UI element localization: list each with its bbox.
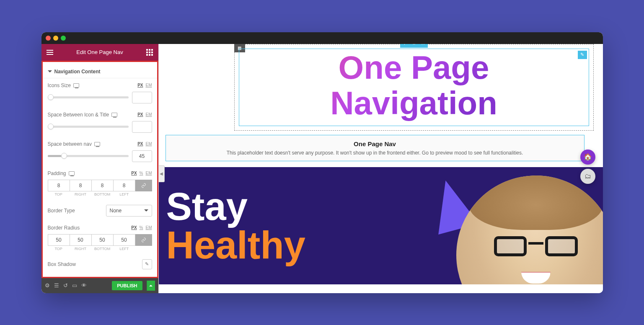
space-icon-title-input[interactable] — [132, 121, 152, 133]
space-nav-input[interactable] — [132, 150, 152, 162]
border-type-select[interactable]: None — [106, 205, 152, 217]
editor-canvas[interactable]: ◀ ▦ + ⠿ ✕ ✎ One PageNavigation — [159, 44, 603, 293]
app-window: Edit One Page Nav Navigation Content Ico… — [41, 32, 603, 293]
unit-pct[interactable]: % — [140, 171, 143, 175]
headline: Stay Healthy — [166, 187, 305, 264]
sidebar-footer: ⚙ ☰ ↺ ▭ 👁 PUBLISH — [41, 278, 158, 293]
control-border-radius: Border Radius PX%EM — [43, 221, 157, 232]
selected-section[interactable]: ▦ + ⠿ ✕ ✎ One PageNavigation — [234, 44, 594, 131]
edit-widget-button[interactable]: ✎ — [578, 51, 587, 59]
unit-em[interactable]: EM — [146, 83, 152, 88]
editor-sidebar: Edit One Page Nav Navigation Content Ico… — [41, 44, 159, 293]
icons-size-input[interactable] — [132, 92, 152, 103]
move-section-button[interactable]: ⠿ — [409, 44, 419, 48]
section-handles: + ⠿ ✕ — [400, 44, 428, 48]
settings-icon[interactable]: ⚙ — [45, 282, 50, 289]
sidebar-title: Edit One Page Nav — [76, 49, 123, 55]
sidebar-header: Edit One Page Nav — [41, 44, 158, 61]
person-image — [456, 175, 603, 284]
responsive-icon[interactable] — [94, 142, 100, 146]
close-icon[interactable] — [46, 36, 51, 41]
publish-button[interactable]: PUBLISH — [112, 281, 142, 290]
one-page-nav-widget[interactable]: One Page Nav This placeholder text doesn… — [166, 135, 585, 161]
floating-nav-buttons: 🏠 🗂 — [580, 150, 595, 184]
radius-top[interactable] — [48, 234, 70, 246]
edit-box-shadow-button[interactable]: ✎ — [142, 259, 152, 269]
content-section[interactable]: Stay Healthy — [159, 167, 603, 284]
unit-px[interactable]: PX — [137, 112, 143, 117]
chevron-down-icon — [144, 209, 148, 212]
control-padding: Padding PX%EM — [43, 166, 157, 178]
control-box-shadow: Box Shadow ✎ — [43, 255, 157, 273]
radius-left[interactable] — [114, 234, 135, 246]
unit-em[interactable]: EM — [146, 112, 152, 117]
unit-px[interactable]: PX — [131, 171, 137, 175]
maximize-icon[interactable] — [61, 36, 66, 41]
add-section-button[interactable]: + — [400, 44, 409, 48]
unit-pct[interactable]: % — [140, 225, 143, 230]
section-title-label: Navigation Content — [54, 69, 101, 75]
space-icon-title-slider[interactable] — [48, 126, 129, 128]
window-titlebar — [41, 32, 603, 44]
control-space-nav: Space between nav PXEM — [43, 137, 157, 149]
radius-bottom[interactable] — [92, 234, 114, 246]
responsive-icon[interactable] — [69, 171, 75, 175]
navigator-icon[interactable]: ☰ — [54, 282, 59, 289]
padding-bottom[interactable] — [92, 180, 114, 191]
title-widget[interactable]: ✎ One PageNavigation — [239, 49, 589, 126]
hero-section: ▦ + ⠿ ✕ ✎ One PageNavigation One Page N — [159, 44, 603, 162]
space-nav-slider[interactable] — [48, 155, 129, 157]
widget-placeholder-text: This placeholder text doesn't serve any … — [173, 150, 577, 156]
responsive-icon[interactable] — [73, 83, 79, 88]
link-values-button[interactable] — [135, 180, 152, 191]
unit-px[interactable]: PX — [137, 83, 143, 88]
minimize-icon[interactable] — [53, 36, 58, 41]
padding-right[interactable] — [70, 180, 92, 191]
unit-px[interactable]: PX — [131, 225, 137, 230]
caret-down-icon — [48, 70, 52, 72]
widgets-grid-icon[interactable] — [146, 49, 153, 56]
padding-left[interactable] — [114, 180, 135, 191]
control-space-icon-title: Space Between Icon & Title PXEM — [43, 108, 157, 119]
menu-icon[interactable] — [47, 50, 53, 55]
responsive-mode-icon[interactable]: ▭ — [72, 282, 77, 289]
link-values-button[interactable] — [135, 234, 152, 246]
icons-size-slider[interactable] — [48, 96, 129, 98]
history-icon[interactable]: ↺ — [63, 282, 68, 289]
publish-options-button[interactable] — [147, 281, 155, 291]
section-navigation-content[interactable]: Navigation Content — [43, 65, 157, 78]
responsive-icon[interactable] — [111, 113, 117, 117]
unit-em[interactable]: EM — [146, 225, 152, 230]
radius-right[interactable] — [70, 234, 92, 246]
home-nav-button[interactable]: 🏠 — [580, 150, 595, 165]
collapse-sidebar-button[interactable]: ◀ — [159, 165, 165, 182]
delete-section-button[interactable]: ✕ — [419, 44, 428, 48]
control-border-type: Border Type None — [43, 201, 157, 221]
unit-em[interactable]: EM — [146, 142, 152, 146]
edit-typography-button[interactable]: ✎ — [142, 278, 152, 278]
card-nav-button[interactable]: 🗂 — [580, 169, 595, 184]
page-title: One PageNavigation — [247, 50, 581, 122]
unit-em[interactable]: EM — [146, 171, 152, 175]
unit-px[interactable]: PX — [137, 142, 143, 146]
globe-icon[interactable]: 🌐 — [130, 278, 140, 278]
preview-icon[interactable]: 👁 — [81, 282, 87, 289]
widget-title: One Page Nav — [173, 140, 577, 147]
control-icons-size: Icons Size PXEM — [43, 78, 157, 90]
padding-top[interactable] — [48, 180, 70, 191]
control-typography: Typography 🌐 ✎ — [43, 273, 157, 278]
sidebar-controls: Navigation Content Icons Size PXEM Space… — [41, 61, 158, 278]
